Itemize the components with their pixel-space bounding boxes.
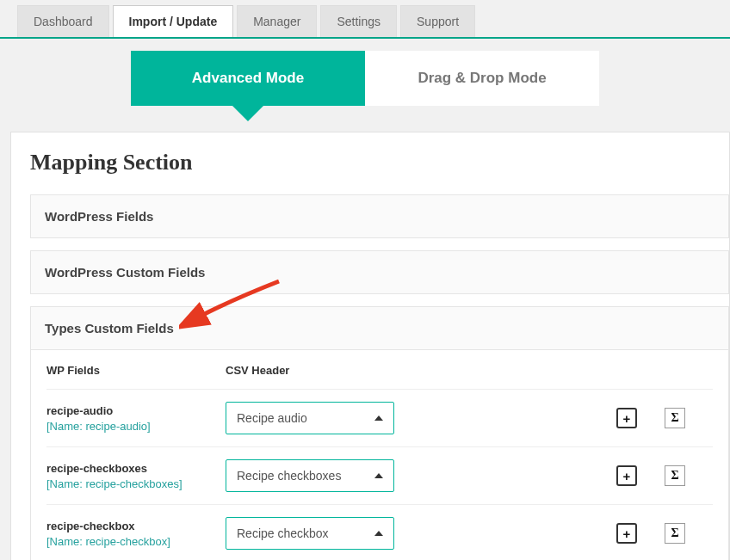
field-meta-text: [Name: recipe-checkbox]	[46, 535, 226, 548]
sigma-icon[interactable]: Σ	[665, 408, 685, 428]
csv-header-select[interactable]: Recipe checkboxes	[226, 459, 394, 492]
page-title: Mapping Section	[30, 150, 729, 175]
plus-icon[interactable]: +	[616, 465, 637, 486]
tab-manager[interactable]: Manager	[237, 5, 317, 37]
advanced-mode-button[interactable]: Advanced Mode	[131, 51, 365, 106]
plus-icon[interactable]: +	[616, 408, 637, 428]
sigma-icon[interactable]: Σ	[665, 523, 685, 544]
chevron-up-icon	[374, 531, 383, 536]
field-meta-text: [Name: recipe-audio]	[46, 420, 226, 433]
tab-settings[interactable]: Settings	[320, 5, 397, 37]
section-wordpress-custom-fields[interactable]: WordPress Custom Fields	[30, 250, 729, 294]
col-header-wp-fields: WP Fields	[46, 364, 226, 377]
select-value: Recipe checkboxes	[237, 469, 341, 483]
table-row: recipe-checkboxes [Name: recipe-checkbox…	[46, 446, 713, 504]
plus-icon[interactable]: +	[616, 523, 637, 544]
drag-drop-mode-button[interactable]: Drag & Drop Mode	[365, 51, 599, 106]
select-value: Recipe audio	[237, 411, 307, 425]
field-name-text: recipe-checkbox	[46, 520, 226, 532]
select-value: Recipe checkbox	[237, 526, 329, 540]
csv-header-select[interactable]: Recipe audio	[226, 402, 394, 434]
table-row: recipe-checkbox [Name: recipe-checkbox] …	[46, 504, 713, 560]
mapping-panel: Mapping Section WordPress Fields WordPre…	[10, 132, 730, 560]
chevron-up-icon	[374, 473, 383, 478]
field-label: recipe-checkboxes [Name: recipe-checkbox…	[46, 462, 226, 490]
tab-support[interactable]: Support	[400, 5, 475, 37]
csv-header-select[interactable]: Recipe checkbox	[226, 517, 394, 550]
table-row: recipe-audio [Name: recipe-audio] Recipe…	[46, 389, 713, 446]
chevron-up-icon	[374, 415, 383, 421]
field-name-text: recipe-audio	[46, 404, 226, 417]
field-label: recipe-audio [Name: recipe-audio]	[46, 404, 226, 433]
sigma-icon[interactable]: Σ	[665, 465, 685, 486]
tab-import-update[interactable]: Import / Update	[113, 5, 234, 37]
top-tabs: Dashboard Import / Update Manager Settin…	[0, 0, 730, 39]
section-wordpress-fields[interactable]: WordPress Fields	[30, 194, 729, 238]
section-types-custom-fields[interactable]: Types Custom Fields	[30, 306, 729, 350]
field-name-text: recipe-checkboxes	[46, 462, 226, 475]
tab-dashboard[interactable]: Dashboard	[17, 5, 109, 37]
column-headers: WP Fields CSV Header	[46, 360, 713, 389]
col-header-csv-header: CSV Header	[226, 364, 406, 377]
types-custom-fields-body: WP Fields CSV Header recipe-audio [Name:…	[30, 350, 729, 560]
field-label: recipe-checkbox [Name: recipe-checkbox]	[46, 520, 226, 548]
mode-switcher: Advanced Mode Drag & Drop Mode	[0, 39, 730, 132]
field-meta-text: [Name: recipe-checkboxes]	[46, 477, 226, 490]
